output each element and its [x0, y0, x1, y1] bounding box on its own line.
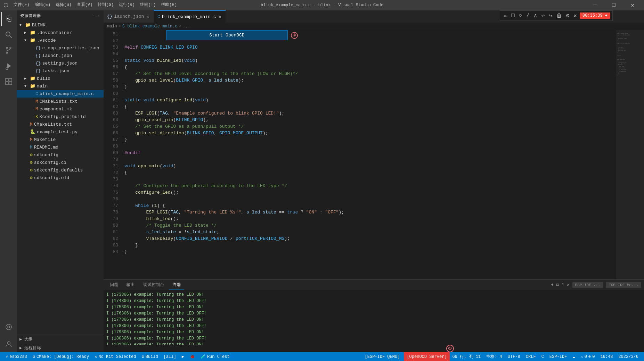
- toolbar-circle-icon[interactable]: ○: [517, 12, 524, 19]
- tree-item-cpp-properties[interactable]: ▶ {} c_cpp_properties.json: [17, 44, 104, 52]
- explorer-activity-icon[interactable]: ⎗: [1, 12, 15, 26]
- maximize-button[interactable]: □: [606, 0, 622, 10]
- menu-item-run[interactable]: 运行(R): [119, 2, 135, 9]
- remote-activity-icon[interactable]: [1, 320, 15, 334]
- run-debug-activity-icon[interactable]: [1, 59, 15, 73]
- status-debug-button[interactable]: 🐞: [187, 352, 198, 361]
- status-no-kit[interactable]: ✕ No Kit Selected: [92, 352, 139, 361]
- extensions-activity-icon[interactable]: [1, 75, 15, 89]
- tab-launch-json[interactable]: {} launch.json ✕: [104, 10, 154, 23]
- tree-item-blink-main-c[interactable]: ▶ C blink_example_main.c: [17, 90, 104, 98]
- outline-section[interactable]: ▶ 大纲: [17, 335, 104, 344]
- terminal-input-row: [104, 345, 644, 352]
- terminal-content[interactable]: I (173306) example: Turning the LED ON! …: [104, 290, 644, 345]
- tree-item-tasks-json[interactable]: ▶ {} tasks.json: [17, 67, 104, 75]
- status-build[interactable]: ⚙ Build: [139, 352, 161, 361]
- tree-item-cmakelists-root[interactable]: ▶ M CMakeLists.txt: [17, 120, 104, 128]
- tree-item-blink[interactable]: ▼ 📁 BLINK: [17, 21, 104, 29]
- status-sync-icon[interactable]: ☁: [570, 352, 578, 361]
- toolbar-arrow-icon[interactable]: ∧: [532, 11, 539, 20]
- top-right-toolbar: ✏ □ ○ / ∧ ↩ ↪ 🗑 ⚙ ✕ 00:35:39 ●: [500, 10, 613, 21]
- menu-item-terminal[interactable]: 终端(T): [140, 2, 156, 9]
- breadcrumb-main[interactable]: main: [107, 24, 117, 29]
- status-bar: ⚡ esp32s3 ⚙ CMake: [Debug]: Ready ✕ No K…: [0, 352, 644, 361]
- status-cmake[interactable]: ⚙ CMake: [Debug]: Ready: [30, 352, 92, 361]
- close-button[interactable]: ✕: [625, 0, 641, 10]
- status-openocd-server[interactable]: [OpenOCD Server] ①: [404, 352, 449, 361]
- breadcrumb-symbol[interactable]: ...: [183, 24, 190, 29]
- menu-item-help[interactable]: 帮助(H): [161, 2, 177, 9]
- status-encoding[interactable]: UTF-8: [505, 352, 523, 361]
- tree-item-settings-json[interactable]: ▶ {} settings.json: [17, 59, 104, 67]
- tree-item-readme[interactable]: ▶ M README.md: [17, 143, 104, 151]
- panel-minimize-icon[interactable]: ⌃: [562, 282, 564, 287]
- tab-close-launch[interactable]: ✕: [146, 14, 150, 19]
- panel-tab-output[interactable]: 输出: [123, 280, 138, 289]
- terminal-input[interactable]: [106, 346, 641, 351]
- panel-add-icon[interactable]: +: [551, 283, 554, 287]
- account-activity-icon[interactable]: [1, 337, 15, 351]
- panel-tabs-left: 问题 输出 调试控制台 终端: [106, 280, 184, 289]
- status-indent[interactable]: 空格: 4: [483, 352, 505, 361]
- tree-item-main[interactable]: ▼ 📁 main: [17, 82, 104, 90]
- panel-tab-terminal[interactable]: 终端: [169, 280, 184, 289]
- sidebar-more-icon[interactable]: ···: [92, 14, 100, 18]
- tree-item-build[interactable]: ▶ 📁 build: [17, 75, 104, 82]
- status-remote-target[interactable]: ⚡ esp32s3: [3, 352, 30, 361]
- breadcrumb-file[interactable]: C blink_example_main.c: [122, 24, 177, 29]
- tree-item-sdkconfig[interactable]: ▶ ⚙ sdkconfig: [17, 151, 104, 159]
- panel-split-icon[interactable]: ⊟: [556, 282, 559, 287]
- tree-item-component-mk[interactable]: ▶ M component.mk: [17, 105, 104, 113]
- tree-item-sdkconfig-ci[interactable]: ▶ ⚙ sdkconfig.ci: [17, 159, 104, 166]
- toolbar-settings-icon[interactable]: ⚙: [565, 11, 571, 20]
- search-activity-icon[interactable]: [1, 28, 15, 42]
- panel-close-icon[interactable]: ✕: [567, 282, 569, 287]
- status-cursor-position[interactable]: 69 行, 列 11: [450, 352, 484, 361]
- terminal-line: I (178306) example: Turning the LED OFF!: [106, 323, 641, 329]
- tree-item-cmakelists-main[interactable]: ▶ M CMakeLists.txt: [17, 98, 104, 105]
- status-flash-button[interactable]: ▶: [179, 352, 187, 361]
- menu-item-edit[interactable]: 编辑(E): [35, 2, 51, 9]
- status-build-target[interactable]: [all]: [161, 352, 179, 361]
- toolbar-delete-icon[interactable]: 🗑: [555, 12, 563, 20]
- toolbar-edit-icon[interactable]: ✏: [502, 11, 508, 20]
- status-line-ending[interactable]: CRLF: [523, 352, 539, 361]
- minimize-button[interactable]: ─: [587, 0, 603, 10]
- activity-bar: ⎗: [0, 10, 17, 352]
- status-esp-idf-qemu[interactable]: [ESP-IDF QEMU]: [362, 352, 403, 361]
- tree-item-devcontainer[interactable]: ▶ 📁 .devcontainer: [17, 29, 104, 36]
- menu-item-file[interactable]: 文件(F): [14, 2, 30, 9]
- panel-tab-debug-console[interactable]: 调试控制台: [140, 280, 168, 289]
- status-esp-idf-label[interactable]: ESP-IDF: [547, 352, 570, 361]
- tab-blink-main-c[interactable]: C blink_example_main.c ✕: [154, 10, 226, 23]
- tree-item-sdkconfig-defaults[interactable]: ▶ ⚙ sdkconfig.defaults: [17, 166, 104, 174]
- status-run-ctest[interactable]: 🧪 Run CTest: [198, 352, 233, 361]
- menu-item-view[interactable]: 查看(V): [77, 2, 93, 9]
- tab-close-blink-main[interactable]: ✕: [218, 14, 222, 20]
- tree-item-launch-json[interactable]: ▶ {} launch.json: [17, 52, 104, 59]
- tree-item-makefile[interactable]: ▶ M Makefile: [17, 136, 104, 143]
- chevron-right-icon: ▶: [24, 31, 29, 35]
- menu-item-goto[interactable]: 转到(G): [98, 2, 114, 9]
- status-label: esp32s3: [9, 354, 27, 359]
- toolbar-line-icon[interactable]: /: [525, 12, 531, 19]
- panel-tab-problems[interactable]: 问题: [106, 280, 122, 289]
- source-control-activity-icon[interactable]: [1, 43, 15, 57]
- menu-item-selection[interactable]: 选择(S): [56, 2, 72, 9]
- status-language[interactable]: C: [539, 352, 547, 361]
- toolbar-undo-icon[interactable]: ↩: [540, 11, 546, 20]
- chevron-right-icon: ▶: [24, 76, 29, 81]
- toolbar-rect-icon[interactable]: □: [510, 12, 516, 19]
- toolbar-redo-icon[interactable]: ↪: [547, 11, 554, 20]
- tree-item-vscode[interactable]: ▼ 📁 .vscode: [17, 36, 104, 44]
- esp-idf-monitor-tab[interactable]: ESP-IDF Mo...: [606, 282, 641, 288]
- tree-item-example-test-py[interactable]: ▶ 🐍 example_test.py: [17, 128, 104, 136]
- status-errors-warnings[interactable]: ⚠ 0 ⊗ 0: [578, 352, 598, 361]
- esp-idf-terminal-tab[interactable]: ESP-IDF ...: [572, 282, 603, 288]
- tree-item-sdkconfig-old[interactable]: ▶ ⚙ sdkconfig.old: [17, 174, 104, 182]
- remote-targets-section[interactable]: ▶ 远程目标: [17, 344, 104, 352]
- toolbar-close-icon[interactable]: ✕: [572, 11, 578, 20]
- tree-item-kconfig[interactable]: ▶ K Kconfig.projbuild: [17, 113, 104, 120]
- start-openocd-button[interactable]: Start OpenOCD ②: [166, 30, 288, 40]
- code-editor[interactable]: 51 52 53 54 55 56 57 58 59 60 61 62 63 6…: [104, 30, 616, 279]
